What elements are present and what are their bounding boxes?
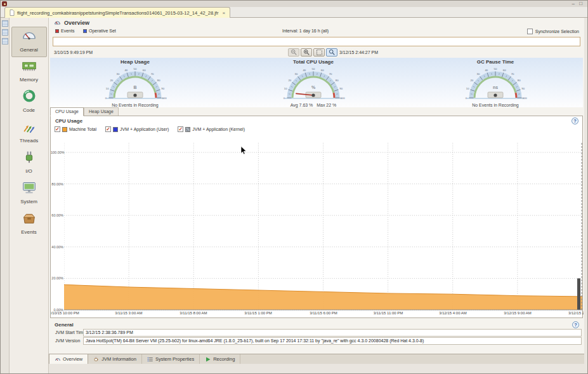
- sidebar-item-label: Memory: [20, 77, 38, 83]
- svg-text:40: 40: [124, 69, 127, 72]
- svg-text:100: 100: [162, 97, 167, 100]
- chart-tab-strip: CPU Usage Heap Usage: [50, 107, 119, 116]
- cpu-usage-panel: CPU Usage ? ✓ Machine Total ✓ JVM + Appl…: [50, 116, 583, 318]
- range-start-time: 3/10/15 9:49:19 PM: [54, 50, 93, 55]
- general-dial-icon: [21, 27, 37, 46]
- operative-set-legend[interactable]: Operative Set: [83, 29, 116, 33]
- tab-system-properties[interactable]: System Properties: [142, 354, 200, 364]
- svg-text:40: 40: [485, 69, 488, 72]
- sidebar-item-memory[interactable]: Memory: [11, 57, 47, 88]
- x-axis-label: 3/11/15 1:00 PM: [244, 311, 272, 315]
- range-navigator-buttons: [288, 48, 337, 57]
- svg-text:100: 100: [340, 97, 345, 100]
- svg-text:50: 50: [134, 67, 137, 70]
- jvm-version-value: Java HotSpot(TM) 64-Bit Server VM (25.25…: [83, 337, 582, 345]
- sidebar-item-general[interactable]: General: [11, 27, 47, 57]
- tab-recording[interactable]: Recording: [200, 354, 240, 364]
- overview-editor: Overview Events Operative Set Interval: …: [49, 18, 584, 354]
- recording-file-tab[interactable]: flight_recording_comkabirasnippetstuning…: [4, 7, 230, 18]
- svg-text:70: 70: [329, 72, 332, 76]
- svg-text:80: 80: [518, 79, 521, 82]
- zoom-in-button[interactable]: [301, 48, 312, 57]
- range-navigator-row: 3/10/15 9:49:19 PM 3/12/15 2:44:27 PM: [49, 48, 584, 57]
- machine-total-swatch: [62, 127, 67, 132]
- jvm-start-time-label: JVM Start Time: [55, 330, 86, 335]
- timeline-legend-row: Events Operative Set Interval: 1 day 16 …: [49, 29, 584, 36]
- range-end-time: 3/12/15 2:44:27 PM: [339, 50, 378, 55]
- legend-checkbox[interactable]: ✓: [55, 126, 60, 132]
- sidebar-item-io[interactable]: I/O: [11, 149, 47, 179]
- svg-text:90: 90: [339, 87, 343, 90]
- legend-jvm-kernel[interactable]: ✓ JVM + Application (Kernel): [178, 126, 245, 132]
- system-monitor-icon: [21, 179, 37, 198]
- jmc-window: – □ flight_recording_comkabirasnippetstu…: [0, 0, 588, 374]
- y-axis-label: 20.00%: [51, 276, 63, 281]
- legend-jvm-user[interactable]: ✓ JVM + Application (User): [105, 126, 169, 132]
- zoom-out-button[interactable]: [288, 48, 299, 57]
- minimize-button[interactable]: –: [572, 1, 575, 7]
- tab-jvm-information[interactable]: JVM Information: [88, 354, 142, 364]
- legend-checkbox[interactable]: ✓: [178, 126, 183, 132]
- heap-usage-gauge: 0102030405060708090100B: [94, 65, 176, 102]
- editor-tab-bar: flight_recording_comkabirasnippetstuning…: [1, 7, 587, 18]
- heap-usage-gauge-block: Heap Usage 0102030405060708090100B No Ev…: [59, 59, 211, 107]
- synchronize-selection[interactable]: Synchronize Selection: [527, 29, 579, 34]
- legend-machine-total[interactable]: ✓ Machine Total: [55, 126, 96, 132]
- tab-overview[interactable]: Overview: [49, 354, 88, 364]
- tab-label: System Properties: [155, 356, 194, 362]
- close-tab-icon[interactable]: ×: [222, 10, 225, 16]
- properties-icon: [147, 356, 154, 363]
- fast-view-bar: [1, 18, 10, 374]
- svg-text:10: 10: [284, 87, 287, 90]
- sidebar-item-events[interactable]: Events: [11, 210, 47, 240]
- gauge-title: Heap Usage: [59, 59, 211, 65]
- cpu-usage-chart[interactable]: [64, 138, 582, 311]
- svg-text:40: 40: [303, 69, 306, 72]
- svg-text:30: 30: [477, 72, 480, 76]
- maximize-button[interactable]: □: [579, 1, 582, 7]
- window-titlebar: – □: [1, 1, 587, 7]
- legend-checkbox[interactable]: ✓: [105, 126, 111, 132]
- cpu-usage-gauge-block: Total CPU Usage 0102030405060708090100% …: [237, 59, 389, 107]
- sidebar-item-label: Code: [23, 107, 35, 113]
- svg-text:50: 50: [494, 67, 497, 70]
- synchronize-checkbox[interactable]: [527, 29, 533, 34]
- tab-label: Recording: [213, 356, 235, 362]
- legend-label: JVM + Application (User): [120, 127, 169, 131]
- svg-text:20: 20: [288, 79, 291, 82]
- gauge-status: No Events in Recording: [59, 103, 211, 107]
- recording-file-name: flight_recording_comkabirasnippetstuning…: [17, 10, 218, 16]
- svg-text:60: 60: [503, 69, 506, 72]
- jvm-start-time-value: 3/12/15 2:38:36.789 PM: [83, 329, 582, 337]
- help-icon[interactable]: ?: [572, 117, 578, 124]
- svg-text:30: 30: [117, 72, 120, 76]
- x-axis: 3/10/15 10:00 PM 3/11/15 3:00 AM 3/11/15…: [51, 311, 584, 317]
- sidebar-item-label: System: [20, 199, 37, 204]
- x-axis-label: 3/10/15 10:00 PM: [51, 311, 79, 315]
- svg-text:10: 10: [466, 87, 469, 90]
- jfr-file-icon: [10, 10, 15, 16]
- svg-text:B: B: [133, 85, 136, 90]
- tab-heap-usage[interactable]: Heap Usage: [84, 107, 119, 116]
- zoom-selection-button[interactable]: [313, 48, 325, 57]
- timeline-range-selector[interactable]: [53, 37, 580, 46]
- events-legend[interactable]: Events: [55, 29, 74, 33]
- view-shortcut-icon[interactable]: [2, 38, 8, 44]
- sidebar-item-code[interactable]: Code: [11, 88, 47, 118]
- tab-cpu-usage[interactable]: CPU Usage: [50, 107, 84, 116]
- dial-dashboard: Heap Usage 0102030405060708090100B No Ev…: [50, 58, 583, 107]
- sidebar-item-label: I/O: [25, 168, 32, 174]
- code-icon: [21, 88, 37, 107]
- operative-set-swatch: [83, 29, 87, 33]
- panel-title: CPU Usage: [55, 118, 82, 124]
- sidebar-item-threads[interactable]: Threads: [11, 118, 47, 149]
- sidebar-item-system[interactable]: System: [11, 179, 47, 210]
- panel-title: General: [55, 322, 74, 328]
- svg-text:90: 90: [161, 87, 164, 90]
- sidebar-item-label: General: [20, 47, 37, 53]
- chart-legend: ✓ Machine Total ✓ JVM + Application (Use…: [55, 126, 245, 132]
- view-shortcut-icon[interactable]: [2, 20, 8, 27]
- help-icon[interactable]: ?: [572, 321, 579, 328]
- zoom-fit-button[interactable]: [326, 48, 337, 57]
- view-shortcut-icon[interactable]: [2, 29, 8, 36]
